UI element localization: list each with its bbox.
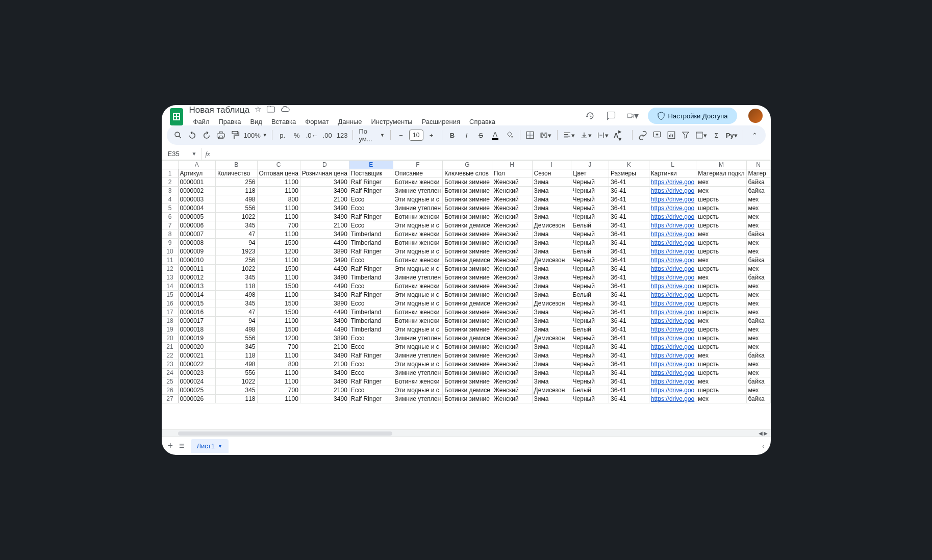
cell[interactable]: 1100 xyxy=(257,317,300,325)
cell[interactable]: мех xyxy=(746,291,770,299)
cell[interactable]: шерсть xyxy=(696,369,746,377)
cell[interactable]: Зима xyxy=(532,343,571,351)
cell[interactable]: Женский xyxy=(492,221,532,230)
cell[interactable]: Зима xyxy=(532,230,571,239)
cell[interactable]: 1200 xyxy=(257,247,300,256)
cell[interactable]: 700 xyxy=(257,343,300,351)
cell[interactable]: 94 xyxy=(215,239,257,247)
cell[interactable]: Зима xyxy=(532,247,571,256)
cell[interactable]: шерсть xyxy=(696,299,746,308)
cell[interactable]: 0000009 xyxy=(178,247,215,256)
cell[interactable]: 345 xyxy=(215,343,257,351)
cell[interactable]: 4490 xyxy=(300,325,349,334)
cell[interactable]: Черный xyxy=(571,239,609,247)
cell[interactable]: Эти модные и с xyxy=(393,195,442,204)
cell[interactable]: Черный xyxy=(571,178,609,187)
cell[interactable]: https://drive.goo xyxy=(649,369,696,377)
drive-link[interactable]: https://drive.goo xyxy=(651,222,694,229)
cell[interactable]: 1100 xyxy=(257,213,300,221)
column-header[interactable]: F xyxy=(393,161,442,169)
cell[interactable]: Ralf Ringer xyxy=(349,213,393,221)
cell[interactable]: https://drive.goo xyxy=(649,317,696,325)
drive-link[interactable]: https://drive.goo xyxy=(651,291,694,298)
cell[interactable]: шерсть xyxy=(696,204,746,213)
cell[interactable]: Оптовая цена xyxy=(257,169,300,178)
cell[interactable]: мех xyxy=(746,299,770,308)
cell[interactable]: Пол xyxy=(492,169,532,178)
cell[interactable]: Черный xyxy=(571,204,609,213)
cell[interactable]: Ботинки женски xyxy=(393,178,442,187)
scrollbar-thumb[interactable] xyxy=(178,431,392,436)
cell[interactable]: 0000019 xyxy=(178,334,215,343)
cell[interactable]: Ключевые слов xyxy=(443,169,492,178)
cell[interactable]: Черный xyxy=(571,230,609,239)
row-header[interactable]: 13 xyxy=(162,273,178,282)
merge-button[interactable]: ▾ xyxy=(538,128,553,142)
cell[interactable]: 256 xyxy=(215,256,257,265)
cell[interactable]: 36-41 xyxy=(609,265,649,273)
cell[interactable]: Белый xyxy=(571,325,609,334)
drive-link[interactable]: https://drive.goo xyxy=(651,352,694,359)
cell[interactable]: Ecco xyxy=(349,256,393,265)
column-header[interactable]: E xyxy=(349,161,393,169)
cell[interactable]: Поставщик xyxy=(349,169,393,178)
cell[interactable]: 36-41 xyxy=(609,317,649,325)
cell[interactable]: Белый xyxy=(571,386,609,395)
cell[interactable]: 118 xyxy=(215,187,257,195)
drive-link[interactable]: https://drive.goo xyxy=(651,265,694,272)
cell[interactable]: Картинки xyxy=(649,169,696,178)
cell[interactable]: 345 xyxy=(215,386,257,395)
cell[interactable]: Зимние утеплен xyxy=(393,187,442,195)
cell[interactable]: Timberland xyxy=(349,317,393,325)
cell[interactable]: Женский xyxy=(492,291,532,299)
drive-link[interactable]: https://drive.goo xyxy=(651,309,694,316)
column-header[interactable]: L xyxy=(649,161,696,169)
cell[interactable]: 1022 xyxy=(215,265,257,273)
cell[interactable]: Ботинки женски xyxy=(393,377,442,386)
cell[interactable]: Ботинки зимние xyxy=(443,273,492,282)
cell[interactable]: Ботинки женски xyxy=(393,239,442,247)
cell[interactable]: https://drive.goo xyxy=(649,239,696,247)
italic-button[interactable]: I xyxy=(461,128,473,142)
cell[interactable]: Зима xyxy=(532,395,571,403)
cell[interactable]: мех xyxy=(746,282,770,291)
cell[interactable]: 4490 xyxy=(300,265,349,273)
cell[interactable]: https://drive.goo xyxy=(649,308,696,317)
cell[interactable]: Ecco xyxy=(349,343,393,351)
cell[interactable]: мех xyxy=(746,369,770,377)
decrease-decimal[interactable]: .0← xyxy=(305,128,319,142)
column-header[interactable]: J xyxy=(571,161,609,169)
cell[interactable]: Ecco xyxy=(349,282,393,291)
cell[interactable]: 36-41 xyxy=(609,343,649,351)
cell[interactable]: шерсть xyxy=(696,334,746,343)
account-avatar[interactable] xyxy=(748,109,763,123)
cell[interactable]: Женский xyxy=(492,386,532,395)
cell[interactable]: Розничная цена xyxy=(300,169,349,178)
drive-link[interactable]: https://drive.goo xyxy=(651,283,694,290)
cell[interactable]: Черный xyxy=(571,334,609,343)
cell[interactable]: 36-41 xyxy=(609,204,649,213)
cell[interactable]: шерсть xyxy=(696,282,746,291)
cell[interactable]: https://drive.goo xyxy=(649,299,696,308)
drive-link[interactable]: https://drive.goo xyxy=(651,248,694,255)
cell[interactable]: https://drive.goo xyxy=(649,325,696,334)
horizontal-scrollbar[interactable]: ◀▶ xyxy=(162,429,771,437)
history-icon[interactable] xyxy=(584,110,596,122)
cell[interactable]: 2100 xyxy=(300,343,349,351)
cell[interactable]: 3890 xyxy=(300,334,349,343)
cell[interactable]: Зима xyxy=(532,187,571,195)
cell[interactable]: Белый xyxy=(571,221,609,230)
cell[interactable]: https://drive.goo xyxy=(649,377,696,386)
cell[interactable]: Timberland xyxy=(349,239,393,247)
cell[interactable]: 36-41 xyxy=(609,334,649,343)
cell[interactable]: Ecco xyxy=(349,221,393,230)
filter-views-button[interactable]: ▾ xyxy=(694,128,709,142)
cell[interactable]: Женский xyxy=(492,265,532,273)
cell[interactable]: 3490 xyxy=(300,273,349,282)
cell[interactable]: Ботинки зимние xyxy=(443,360,492,369)
functions-button[interactable]: Σ xyxy=(711,128,723,142)
cell[interactable]: Ботинки зимние xyxy=(443,187,492,195)
insert-comment-button[interactable] xyxy=(651,128,663,142)
share-button[interactable]: Настройки Доступа xyxy=(648,108,737,124)
cell[interactable]: шерсть xyxy=(696,213,746,221)
